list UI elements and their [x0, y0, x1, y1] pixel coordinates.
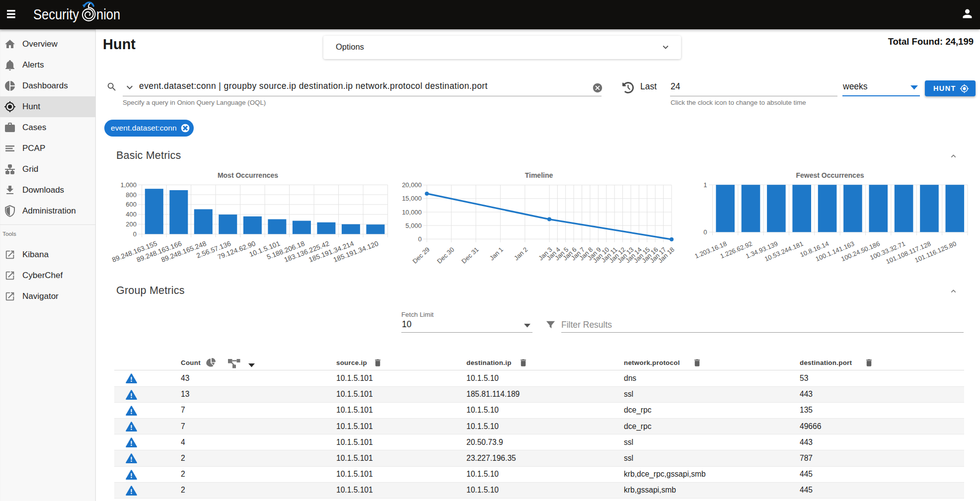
svg-text:Dec 29: Dec 29: [411, 246, 431, 265]
svg-text:Fewest Occurrences: Fewest Occurrences: [796, 171, 864, 179]
svg-text:600: 600: [126, 201, 137, 208]
svg-text:20,000: 20,000: [402, 181, 422, 189]
svg-text:Most Occurrences: Most Occurrences: [218, 171, 278, 179]
svg-text:1: 1: [703, 181, 707, 189]
svg-text:0: 0: [418, 235, 422, 243]
svg-text:400: 400: [126, 211, 137, 218]
svg-text:10,000: 10,000: [402, 209, 422, 216]
svg-text:Jan 1: Jan 1: [488, 246, 504, 262]
svg-text:15,000: 15,000: [402, 195, 422, 202]
svg-text:800: 800: [126, 191, 137, 199]
svg-text:Dec 30: Dec 30: [436, 246, 455, 265]
svg-text:200: 200: [126, 220, 137, 228]
svg-text:Dec 31: Dec 31: [460, 246, 480, 265]
svg-text:Jan 2: Jan 2: [513, 246, 529, 262]
svg-text:5,000: 5,000: [405, 222, 422, 229]
svg-text:0: 0: [703, 228, 707, 236]
svg-text:0: 0: [133, 230, 137, 238]
svg-text:Timeline: Timeline: [525, 171, 553, 179]
svg-text:1,000: 1,000: [120, 181, 137, 189]
